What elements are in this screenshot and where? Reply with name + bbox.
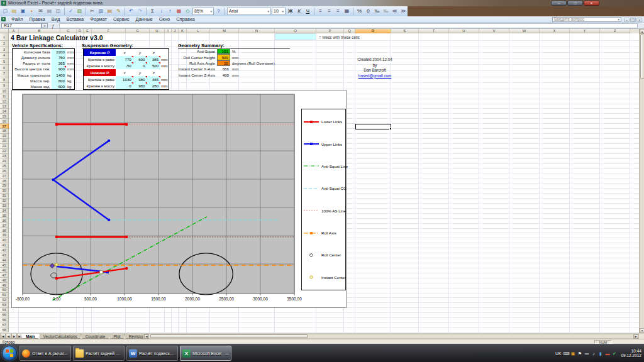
sheet-tab-coordinate[interactable]: Coordinate bbox=[80, 334, 111, 339]
menu-вид[interactable]: Вид bbox=[48, 16, 64, 22]
row-header-16[interactable]: 16 bbox=[0, 119, 9, 124]
vertical-scroll-thumb[interactable] bbox=[640, 35, 644, 79]
row-header-9[interactable]: 9 bbox=[0, 83, 9, 89]
mount-z-cell[interactable]: 280 bbox=[147, 82, 161, 89]
row-header-28[interactable]: 28 bbox=[0, 178, 9, 184]
start-button[interactable] bbox=[2, 346, 17, 361]
row-header-30[interactable]: 30 bbox=[0, 189, 9, 194]
vertical-scrollbar[interactable]: ▲ ▼ bbox=[639, 29, 644, 333]
menu-правка[interactable]: Правка bbox=[26, 16, 48, 22]
sheet-tab-main[interactable]: Main bbox=[21, 334, 40, 339]
menu-файл[interactable]: Файл bbox=[8, 16, 26, 22]
row-header-58[interactable]: 58 bbox=[0, 327, 9, 332]
zoom-combo[interactable]: 85%▾ bbox=[192, 8, 214, 15]
spec-value-cell[interactable]: 1400 bbox=[52, 72, 66, 78]
paste-icon[interactable]: ▤ bbox=[106, 7, 114, 15]
row-header-51[interactable]: 51 bbox=[0, 293, 9, 298]
spec-value-cell[interactable]: 750 bbox=[52, 55, 66, 60]
column-header-N[interactable]: N bbox=[239, 29, 275, 33]
row-header-15[interactable]: 15 bbox=[0, 114, 9, 119]
workbook-restore-button[interactable]: ❐ bbox=[630, 18, 636, 22]
font-combo[interactable]: Arial▾ bbox=[227, 8, 271, 15]
formula-input[interactable] bbox=[59, 23, 638, 28]
column-header-O[interactable]: O bbox=[275, 29, 316, 33]
column-header-Y[interactable]: Y bbox=[570, 29, 600, 33]
column-header-V[interactable]: V bbox=[479, 29, 509, 33]
mount-y-cell[interactable]: 980 bbox=[133, 82, 147, 89]
row-header-37[interactable]: 37 bbox=[0, 223, 9, 228]
redo-icon[interactable]: ↷ bbox=[136, 7, 144, 15]
mount-y-cell[interactable]: 980 bbox=[133, 76, 147, 83]
column-header-J[interactable]: J bbox=[172, 29, 179, 33]
row-header-35[interactable]: 35 bbox=[0, 213, 9, 218]
row-header-1[interactable]: 1 bbox=[0, 33, 9, 41]
tab-nnext-icon[interactable]: ▶ bbox=[11, 334, 17, 339]
row-header-50[interactable]: 50 bbox=[0, 288, 9, 293]
taskbar-button-excel[interactable]: XMicrosoft Excel - ... bbox=[180, 346, 231, 361]
row-header-39[interactable]: 39 bbox=[0, 233, 9, 238]
mount-x-cell[interactable]: 1030 bbox=[116, 76, 133, 83]
row-header-57[interactable]: 57 bbox=[0, 322, 9, 327]
permission-icon[interactable]: ▪ bbox=[28, 7, 36, 15]
credit-email-link[interactable]: trased@gmail.com bbox=[350, 74, 400, 79]
column-header-T[interactable]: T bbox=[419, 29, 449, 33]
column-header-K[interactable]: K bbox=[179, 29, 187, 33]
bold-icon[interactable]: Ж bbox=[286, 7, 294, 15]
mount-y-cell[interactable]: 0 bbox=[133, 62, 147, 69]
merge-center-icon[interactable]: ▦ bbox=[343, 7, 351, 15]
network-icon[interactable]: ▮ bbox=[597, 351, 603, 356]
open-icon[interactable]: ▤ bbox=[10, 7, 18, 15]
select-all-corner[interactable] bbox=[0, 29, 9, 33]
row-header-40[interactable]: 40 bbox=[0, 238, 9, 243]
row-header-33[interactable]: 33 bbox=[0, 204, 9, 209]
horizontal-scrollbar[interactable]: ◀ ▶ bbox=[143, 334, 639, 339]
cut-icon[interactable]: ✂ bbox=[88, 7, 96, 15]
decrease-decimal-icon[interactable]: ‰ bbox=[382, 7, 390, 15]
column-header-H[interactable]: H bbox=[150, 29, 165, 33]
help-icon[interactable]: ? bbox=[214, 7, 223, 15]
new-icon[interactable]: ▢ bbox=[1, 7, 9, 15]
row-header-26[interactable]: 26 bbox=[0, 168, 9, 173]
row-header-6[interactable]: 6 bbox=[0, 65, 9, 71]
column-header-A[interactable]: A bbox=[9, 29, 19, 33]
print-preview-icon[interactable]: ◫ bbox=[54, 7, 62, 15]
row-header-47[interactable]: 47 bbox=[0, 273, 9, 278]
workbook-close-button[interactable]: × bbox=[636, 18, 642, 22]
row-header-17[interactable]: 17 bbox=[0, 124, 9, 129]
close-button[interactable]: × bbox=[584, 1, 599, 6]
linkage-chart[interactable]: -500,000,00500,001000,001500,002000,0025… bbox=[11, 90, 347, 308]
language-indicator[interactable]: UK bbox=[555, 351, 561, 356]
column-header-D[interactable]: D bbox=[77, 29, 84, 33]
row-header-49[interactable]: 49 bbox=[0, 283, 9, 288]
row-header-12[interactable]: 12 bbox=[0, 99, 9, 104]
taskbar-button-word[interactable]: WРасчёт подвески... bbox=[126, 346, 178, 361]
spec-value-cell[interactable]: 365 bbox=[52, 60, 66, 66]
column-header-L[interactable]: L bbox=[187, 29, 210, 33]
mount-x-cell[interactable]: 0 bbox=[116, 82, 133, 89]
menu-окно[interactable]: Окно bbox=[156, 16, 173, 22]
row-header-2[interactable]: 2 bbox=[0, 41, 9, 47]
row-header-46[interactable]: 46 bbox=[0, 268, 9, 273]
row-header-24[interactable]: 24 bbox=[0, 158, 9, 163]
column-header-S[interactable]: S bbox=[391, 29, 419, 33]
selected-cell-r17[interactable] bbox=[355, 124, 391, 129]
keyboard-icon[interactable]: ⌨ bbox=[563, 351, 569, 356]
flag-icon[interactable]: ⚑ bbox=[577, 351, 582, 356]
mount-y-cell[interactable]: 690 bbox=[133, 56, 147, 63]
display-icon[interactable]: ▭ bbox=[584, 351, 589, 356]
row-header-55[interactable]: 55 bbox=[0, 313, 9, 318]
column-header-I[interactable]: I bbox=[165, 29, 172, 33]
insert-function-icon[interactable]: ƒ bbox=[52, 23, 54, 29]
maximize-button[interactable]: □ bbox=[567, 1, 583, 6]
row-header-53[interactable]: 53 bbox=[0, 303, 9, 308]
row-header-52[interactable]: 52 bbox=[0, 298, 9, 303]
taskbar-button-folder[interactable]: Расчёт задней по... bbox=[73, 346, 125, 361]
row-header-43[interactable]: 43 bbox=[0, 253, 9, 258]
italic-icon[interactable]: К bbox=[295, 7, 303, 15]
comma-style-icon[interactable]: 0 bbox=[364, 7, 372, 15]
mail-icon[interactable]: ▬ bbox=[604, 351, 610, 356]
tab-nfirst-icon[interactable]: |◀ bbox=[0, 334, 6, 339]
format-painter-icon[interactable]: ✎ bbox=[114, 7, 123, 15]
column-header-R[interactable]: R bbox=[355, 29, 391, 33]
scroll-down-icon[interactable]: ▼ bbox=[640, 328, 644, 333]
